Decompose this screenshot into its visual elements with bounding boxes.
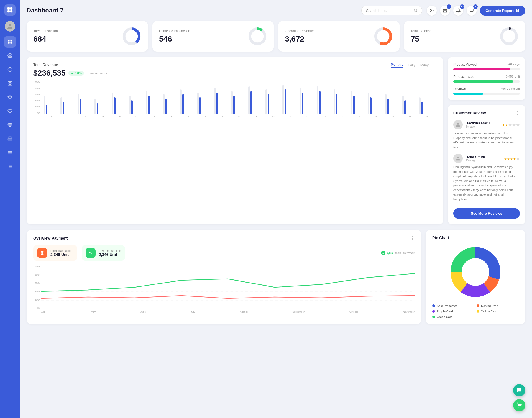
svg-rect-1 <box>10 7 12 10</box>
bar-grey-5 <box>129 96 131 114</box>
revenue-sub-label: than last week <box>88 71 107 75</box>
x-label-may: May <box>91 311 96 313</box>
bar-grey-17 <box>334 89 335 114</box>
bell-icon-btn[interactable]: 12 <box>453 6 463 16</box>
review-more-btn[interactable]: ⋮ <box>515 110 520 116</box>
low-transaction-value: 2,346 Unit <box>99 252 121 257</box>
avatar[interactable] <box>5 21 15 32</box>
progress-fill-0 <box>453 68 510 70</box>
pie-chart-svg <box>448 244 503 300</box>
gift-icon-btn[interactable]: 2 <box>440 6 450 16</box>
svg-rect-2 <box>7 10 10 12</box>
bar-blue-8 <box>182 94 184 114</box>
reviewer-time-1: 20m ago <box>466 159 485 162</box>
sidebar-logo[interactable] <box>4 4 16 16</box>
svg-rect-30 <box>518 9 519 12</box>
bar-group-15 <box>300 88 315 114</box>
product-stat-label-2: Reviews <box>453 87 466 91</box>
tab-daily[interactable]: Daily <box>408 63 415 67</box>
legend-green: Green Card <box>432 315 474 319</box>
product-stat-value-1: 3,456 Unit <box>506 75 520 79</box>
legend-sale: Sale Properties <box>432 304 474 307</box>
revenue-more-btn[interactable]: ··· <box>433 63 437 68</box>
svg-rect-7 <box>8 42 9 44</box>
bar-grey-16 <box>317 86 318 114</box>
sidebar-item-menu[interactable] <box>4 147 16 158</box>
bar-blue-20 <box>387 99 389 114</box>
product-stat-label-1: Product Listed <box>453 75 475 79</box>
bar-grey-6 <box>146 91 147 114</box>
sidebar-item-dashboard[interactable] <box>4 36 16 48</box>
side-panel: Product Viewed 561/days Product Listed 3… <box>448 57 525 224</box>
stat-label-3: Total Expenses <box>411 29 433 33</box>
bar-group-10 <box>214 88 230 114</box>
stat-card-inter: Inter. transaction 684 <box>27 21 148 52</box>
tab-monthly[interactable]: Monthly <box>391 63 403 68</box>
chat-icon-btn[interactable]: 5 <box>467 6 477 16</box>
reviewer-name-1: Bella Smith <box>466 155 485 159</box>
high-transaction-label: High Transaction <box>50 249 73 252</box>
donut-2 <box>374 27 393 46</box>
payment-title: Overview Payment <box>33 236 68 240</box>
search-input[interactable] <box>366 9 411 13</box>
bar-blue-4 <box>114 97 116 114</box>
progress-bar-1 <box>453 80 520 83</box>
sidebar-item-star[interactable] <box>4 91 16 103</box>
bar-group-6 <box>146 91 161 114</box>
floating-buttons <box>513 384 525 411</box>
bar-group-14 <box>282 85 298 114</box>
bar-group-7 <box>163 94 178 114</box>
bar-grey-9 <box>197 93 199 114</box>
support-float-btn[interactable] <box>513 384 525 396</box>
sidebar-item-wishlist[interactable] <box>4 119 16 131</box>
x-label-june: June <box>140 311 146 313</box>
stat-value-3: 75 <box>411 35 433 43</box>
bar-group-11 <box>231 91 247 114</box>
review-item-1: Bella Smith 20m ago ★★★★★ Dealing with S… <box>453 154 520 201</box>
review-panel-title: Customer Review <box>453 111 486 115</box>
sidebar-item-heart[interactable] <box>4 105 16 117</box>
bar-grey-1 <box>60 97 62 114</box>
low-transaction-stat: Low Transaction 2,346 Unit <box>82 245 125 261</box>
product-stats-panel: Product Viewed 561/days Product Listed 3… <box>448 57 525 100</box>
svg-point-4 <box>9 24 11 26</box>
sidebar-item-list[interactable] <box>4 161 16 172</box>
payment-change: ▲ 0,8% <box>381 251 393 255</box>
bar-blue-18 <box>353 96 355 114</box>
sidebar-item-grid[interactable] <box>4 78 16 89</box>
svg-line-25 <box>416 11 417 12</box>
sidebar-item-print[interactable] <box>4 133 16 145</box>
review-item-0: Hawkins Maru 5m ago ★★★★★ I viewed a num… <box>453 120 520 149</box>
svg-point-37 <box>502 29 516 44</box>
bar-group-2 <box>78 94 93 114</box>
cart-float-btn[interactable] <box>513 399 525 411</box>
donut-3 <box>499 27 519 46</box>
review-text-1: Dealing with Syamsudin and Bakri was a j… <box>453 165 520 201</box>
sidebar-item-settings[interactable] <box>4 50 16 61</box>
bar-grey-20 <box>385 94 387 114</box>
svg-rect-28 <box>516 9 517 12</box>
bar-grey-10 <box>214 88 216 114</box>
product-stat-value-2: 456 Comment <box>501 87 520 91</box>
bar-blue-7 <box>165 99 167 114</box>
tab-today[interactable]: Today <box>420 63 429 67</box>
search-icon <box>414 8 418 13</box>
pie-card: Pie Chart <box>426 230 525 324</box>
sidebar-item-info[interactable] <box>4 64 16 75</box>
see-more-reviews-button[interactable]: See More Reviews <box>453 208 520 219</box>
legend-rented: Rented Prop <box>477 304 519 307</box>
search-box[interactable] <box>361 6 422 15</box>
svg-point-52 <box>518 407 519 408</box>
stat-label-1: Domestic transaction <box>159 29 190 33</box>
reviewer-avatar-1 <box>453 154 463 163</box>
chat-badge: 5 <box>473 4 478 9</box>
stat-label-2: Operating Revenue <box>285 29 314 33</box>
svg-point-39 <box>457 123 459 125</box>
dark-mode-toggle[interactable] <box>427 6 437 16</box>
svg-rect-29 <box>517 10 518 12</box>
svg-point-40 <box>457 157 459 158</box>
product-stat-0: Product Viewed 561/days <box>453 63 520 70</box>
payment-more-btn[interactable]: ⋮ <box>410 235 415 241</box>
bar-grey-3 <box>94 99 96 114</box>
generate-report-button[interactable]: Generate Report <box>480 6 525 16</box>
